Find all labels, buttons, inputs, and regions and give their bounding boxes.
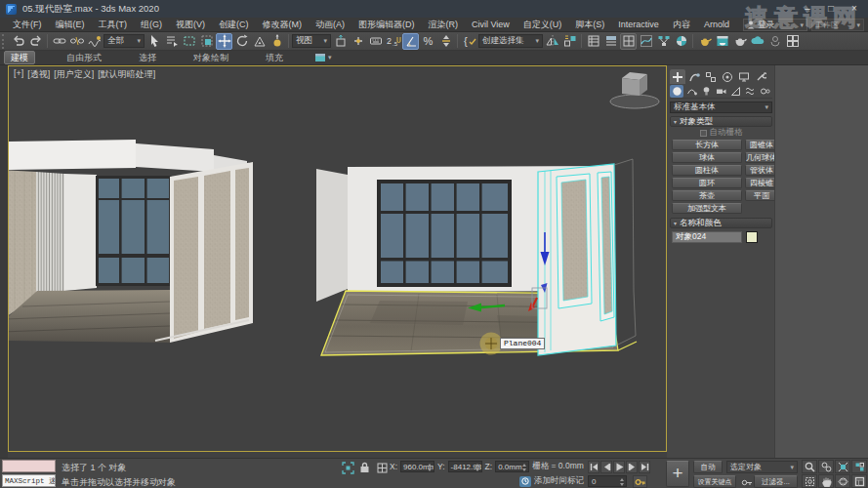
y-coordinate-field[interactable]: -8412.98 (448, 461, 482, 472)
selection-set-dropdown[interactable]: 选定对象▾ (726, 461, 798, 473)
ribbon-tab-freeform[interactable]: 自由形式 (61, 52, 107, 63)
selection-region-icon[interactable] (181, 33, 197, 50)
textplus-button[interactable]: 加强型文本 (672, 203, 742, 214)
auto-key-button[interactable]: 自动 (693, 461, 723, 473)
redo-icon[interactable] (27, 33, 44, 50)
workspace-dropdown[interactable]: 工作区 ▾ (811, 19, 864, 31)
selected-wall-panels[interactable] (538, 159, 636, 355)
close-button[interactable]: × (843, 0, 866, 18)
object-color-swatch[interactable] (746, 231, 758, 243)
menu-views[interactable]: 视图(V) (169, 19, 212, 31)
select-rotate-icon[interactable] (233, 33, 250, 50)
tab-modify-icon[interactable] (686, 69, 702, 84)
angle-snap-icon[interactable] (402, 33, 419, 50)
render-in-cloud-icon[interactable] (749, 33, 765, 50)
z-coordinate-field[interactable]: 0.0mm (495, 461, 529, 472)
set-key-button[interactable]: 设置关键点 (693, 475, 736, 488)
rollout-object-type[interactable]: ▾对象类型 (670, 116, 772, 127)
current-frame-field[interactable]: 0 (588, 475, 627, 487)
tab-display-icon[interactable] (736, 69, 752, 84)
cat-geometry-icon[interactable] (670, 85, 683, 98)
cone-button[interactable]: 圆锥体 (745, 140, 778, 150)
maximize-button[interactable]: □ (819, 0, 843, 18)
percent-snap-icon[interactable]: % (420, 33, 436, 50)
menu-scripting[interactable]: 脚本(S) (568, 19, 611, 31)
menu-edit[interactable]: 编辑(E) (49, 19, 92, 31)
object-name-field[interactable]: 对象024 (672, 231, 742, 243)
menu-animation[interactable]: 动画(A) (309, 19, 351, 31)
key-filters-icon[interactable] (739, 475, 754, 488)
previous-frame-button[interactable] (600, 461, 612, 473)
window-crossing-icon[interactable] (198, 33, 215, 50)
maximize-viewport-icon[interactable] (851, 474, 867, 488)
render-setup-icon[interactable] (696, 33, 713, 50)
ref-coord-dropdown[interactable]: 视图▾ (292, 34, 331, 48)
sphere-button[interactable]: 球体 (672, 152, 742, 163)
absolute-mode-icon[interactable] (375, 461, 390, 474)
tab-hierarchy-icon[interactable] (703, 69, 719, 84)
mirror-icon[interactable] (544, 33, 560, 50)
menu-graph-editors[interactable]: 图形编辑器(D) (351, 19, 422, 31)
menu-customize[interactable]: 自定义(U) (517, 19, 569, 31)
rendered-frame-icon[interactable] (714, 33, 730, 50)
autogrid-checkbox-row[interactable]: 自动栅格 (670, 127, 772, 139)
select-scale-icon[interactable] (251, 33, 268, 50)
tab-motion-icon[interactable] (720, 69, 735, 84)
minimize-button[interactable]: – (796, 0, 819, 18)
go-to-start-button[interactable] (588, 461, 599, 473)
menu-content[interactable]: 内容 (666, 19, 697, 31)
curve-editor-icon[interactable] (638, 33, 654, 50)
viewport-menu-pov[interactable]: [透视] (27, 68, 50, 81)
select-by-name-icon[interactable] (163, 33, 180, 50)
z-spinner[interactable] (522, 463, 527, 472)
isolate-selection-icon[interactable] (341, 461, 355, 474)
use-pivot-center-icon[interactable] (332, 33, 349, 50)
y-spinner[interactable] (475, 463, 480, 472)
plane-button[interactable]: 平面 (745, 190, 778, 201)
cat-helpers-icon[interactable] (728, 85, 742, 98)
cat-spacewarps-icon[interactable] (743, 85, 757, 98)
select-manipulate-icon[interactable] (350, 33, 366, 50)
viewport-menu-user[interactable]: [用户定义] (54, 68, 94, 81)
pan-icon[interactable] (818, 474, 834, 488)
cat-lights-icon[interactable] (699, 85, 713, 98)
zoom-extents-all-icon[interactable] (851, 460, 867, 473)
next-frame-button[interactable] (626, 461, 638, 473)
layer-explorer-icon[interactable] (602, 33, 619, 50)
zoom-extents-icon[interactable] (835, 460, 850, 473)
ribbon-toggle-icon[interactable] (620, 33, 637, 50)
render-production-icon[interactable] (731, 33, 748, 50)
torus-button[interactable]: 圆环 (672, 178, 742, 188)
go-to-end-button[interactable] (639, 461, 650, 473)
frame-spinner[interactable] (620, 477, 625, 487)
maxscript-macro-line[interactable] (2, 460, 56, 472)
menu-group[interactable]: 组(G) (134, 19, 169, 31)
teapot-button[interactable]: 茶壶 (672, 190, 742, 201)
ribbon-tab-modeling[interactable]: 建模 (4, 51, 35, 64)
add-time-tag[interactable]: 添加时间标记 (519, 475, 584, 487)
viewport-menu-general[interactable]: [+] (14, 68, 23, 81)
toolbar-handle[interactable] (2, 34, 7, 49)
geosphere-button[interactable]: 几何球体 (745, 152, 778, 163)
viewport-menu-shading[interactable]: [默认明暗处理] (98, 68, 155, 81)
undo-icon[interactable] (10, 33, 26, 50)
viewcube[interactable] (610, 72, 659, 108)
x-coordinate-field[interactable]: 960.0mm (400, 461, 434, 472)
menu-rendering[interactable]: 渲染(R) (422, 19, 466, 31)
key-mode-toggle-icon[interactable] (633, 475, 647, 488)
material-editor-icon[interactable] (673, 33, 689, 50)
align-icon[interactable] (561, 33, 578, 50)
box-button[interactable]: 长方体 (672, 140, 742, 150)
autogrid-checkbox[interactable] (700, 130, 707, 137)
zoom-all-icon[interactable] (818, 460, 834, 473)
render-history-icon[interactable] (766, 33, 783, 50)
schematic-view-icon[interactable] (655, 33, 672, 50)
pyramid-button[interactable]: 四棱锥 (745, 178, 778, 188)
tab-create-icon[interactable] (670, 69, 685, 84)
cylinder-button[interactable]: 圆柱体 (672, 165, 742, 176)
perspective-viewport[interactable]: [+] [透视] [用户定义] [默认明暗处理] (8, 65, 667, 452)
cat-shapes-icon[interactable] (684, 85, 698, 98)
menu-civil-view[interactable]: Civil View (465, 20, 517, 29)
edit-named-selections-icon[interactable]: { (461, 33, 477, 50)
play-button[interactable] (613, 461, 625, 473)
